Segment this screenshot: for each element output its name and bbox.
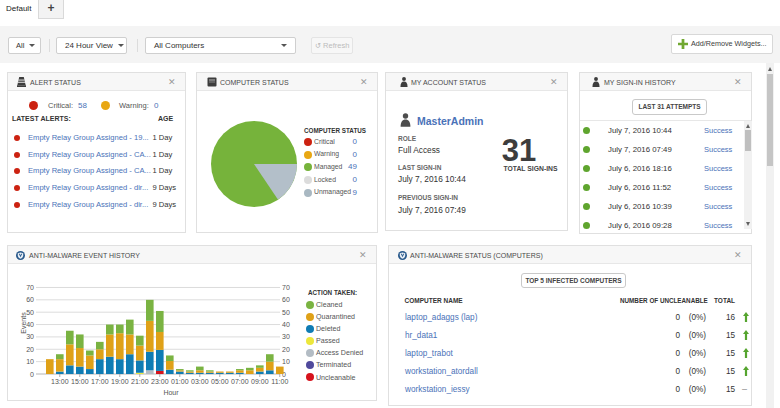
svg-text:01:00: 01:00 bbox=[171, 378, 189, 385]
svg-text:60: 60 bbox=[26, 296, 34, 303]
svg-text:09:00: 09:00 bbox=[251, 378, 269, 385]
svg-text:30: 30 bbox=[26, 333, 34, 340]
svg-text:70: 70 bbox=[282, 284, 290, 291]
svg-text:40: 40 bbox=[26, 321, 34, 328]
svg-text:0: 0 bbox=[30, 371, 34, 378]
svg-text:Hour: Hour bbox=[163, 389, 179, 396]
svg-text:03:00: 03:00 bbox=[191, 378, 209, 385]
svg-text:17:00: 17:00 bbox=[91, 378, 109, 385]
svg-text:07:00: 07:00 bbox=[231, 378, 249, 385]
svg-text:30: 30 bbox=[282, 333, 290, 340]
svg-text:19:00: 19:00 bbox=[111, 378, 129, 385]
svg-text:40: 40 bbox=[282, 321, 290, 328]
svg-text:10: 10 bbox=[282, 358, 290, 365]
svg-text:05:00: 05:00 bbox=[211, 378, 229, 385]
svg-text:15:00: 15:00 bbox=[71, 378, 89, 385]
svg-text:50: 50 bbox=[26, 309, 34, 316]
svg-text:Events: Events bbox=[20, 312, 27, 334]
svg-text:21:00: 21:00 bbox=[131, 378, 149, 385]
svg-text:10: 10 bbox=[26, 358, 34, 365]
svg-text:20: 20 bbox=[26, 346, 34, 353]
svg-text:13:00: 13:00 bbox=[51, 378, 69, 385]
svg-text:23:00: 23:00 bbox=[151, 378, 169, 385]
svg-text:60: 60 bbox=[282, 296, 290, 303]
svg-text:50: 50 bbox=[282, 309, 290, 316]
svg-text:11:00: 11:00 bbox=[271, 378, 288, 385]
svg-text:20: 20 bbox=[282, 346, 290, 353]
svg-text:70: 70 bbox=[26, 284, 34, 291]
